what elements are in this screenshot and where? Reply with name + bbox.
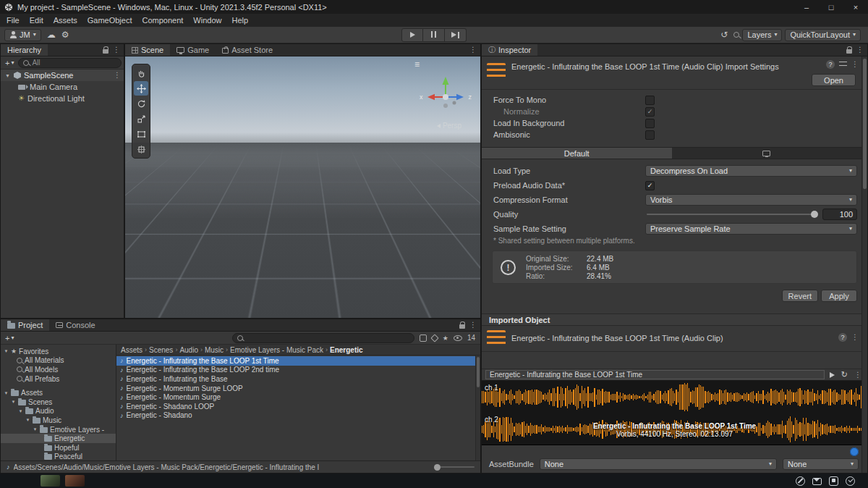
tray-icon-mute[interactable] [796,476,805,486]
play-button[interactable] [401,28,423,42]
panel-menu-icon[interactable]: ⋮ [469,321,477,329]
search-button[interactable] [731,29,742,41]
open-button[interactable]: Open [812,74,856,86]
hierarchy-search-input[interactable]: All [18,58,122,68]
quality-slider[interactable] [645,209,818,220]
taskbar-app-thumbnail[interactable] [41,475,60,487]
context-menu-icon[interactable]: ⋮ [851,334,859,341]
asset-list-scrollbar[interactable] [475,356,480,460]
tab-asset-store[interactable]: Asset Store [216,44,279,56]
asset-row[interactable]: ♪ Energetic - Momentum Surge LOOP [116,384,480,393]
panel-menu-icon[interactable]: ⋮ [469,46,477,54]
rect-tool-button[interactable] [134,127,148,141]
tab-inspector[interactable]: ⓘ Inspector [482,44,537,56]
tree-folder-energetic[interactable]: Energetic [1,434,116,443]
thumbnail-size-slider[interactable] [434,466,475,468]
inspector-scrollbar[interactable] [861,56,867,473]
menu-component[interactable]: Component [137,16,188,25]
context-menu-icon[interactable]: ⋮ [851,61,859,68]
view-tool-button[interactable] [134,66,148,80]
asset-row[interactable]: ♪ Energetic - Shadano LOOP [116,402,480,411]
asset-row[interactable]: ♪ Energetic - Influtrating the Base [116,374,480,384]
axis-z-label[interactable]: z [469,93,472,101]
visibility-icon[interactable] [454,335,462,341]
menu-help[interactable]: Help [226,16,253,25]
scrollbar-thumb[interactable] [863,59,867,189]
platform-tab-default[interactable]: Default [482,148,672,159]
layout-dropdown[interactable]: QuickTourLayout ▾ [785,29,861,41]
asset-row[interactable]: ♪ Energetic - Influtrating the Base LOOP… [116,366,480,375]
cloud-button[interactable]: ☁ [44,29,59,41]
project-search-input[interactable] [232,333,414,343]
tree-folder-scenes[interactable]: ▼ Scenes [1,397,116,407]
asset-row[interactable]: ♪ Energetic - Influtrating the Base LOOP… [116,356,480,366]
tray-icon-app[interactable] [829,476,838,486]
waveform-preview[interactable]: ch 1 ch 2 Energetic - Influtrating the B… [482,381,867,445]
compression-format-dropdown[interactable]: Vorbis ▾ [645,194,857,206]
crumb-audio[interactable]: Audio [179,346,198,354]
orientation-gizmo[interactable]: x z [422,72,469,119]
menu-file[interactable]: File [1,16,25,25]
crumb-music[interactable]: Music [205,346,224,354]
favorites-filter-icon[interactable]: ★ [443,335,448,342]
taskbar-app-thumbnail[interactable] [65,475,85,487]
tree-folder-audio[interactable]: ▼ Audio [1,407,116,416]
tree-folder-assets[interactable]: ▼ Assets [1,388,116,397]
load-type-dropdown[interactable]: Decompress On Load ▾ [645,165,857,177]
sprite-pack-icon[interactable] [420,335,427,342]
tree-favorites[interactable]: ▼ ★ Favorites [1,347,116,356]
scrollbar-thumb[interactable] [477,357,480,387]
create-button[interactable]: +▾ [3,58,16,68]
slider-knob[interactable] [434,464,441,471]
scene-menu-icon[interactable]: ⋮ [114,72,121,79]
tree-folder-hopeful[interactable]: Hopeful [1,443,116,453]
lock-icon[interactable] [459,324,465,329]
tree-all-materials[interactable]: All Materials [1,356,116,366]
menu-assets[interactable]: Assets [48,16,82,25]
asset-row[interactable]: ♪ Energetic - Momentum Surge [116,392,480,402]
scene-viewport[interactable]: ≡ x z Persp [125,56,480,318]
rotate-tool-button[interactable] [134,96,148,111]
services-gear-button[interactable]: ⚙ [59,29,72,41]
load-in-background-checkbox[interactable] [645,119,655,128]
scene-overlay-menu-icon[interactable]: ≡ [414,60,420,69]
presets-icon[interactable] [839,62,847,67]
slider-knob[interactable] [811,211,818,218]
tree-folder-emotive-layers[interactable]: ▼ Emotive Layers - [1,425,116,434]
tree-folder-peaceful[interactable]: Peaceful [1,453,116,460]
layers-dropdown[interactable]: Layers ▾ [742,29,782,41]
assetbundle-variant-dropdown[interactable]: None ▾ [783,458,859,470]
help-icon[interactable]: ? [826,60,835,69]
transform-tool-button[interactable] [134,142,148,156]
audio-badge-icon[interactable] [850,447,859,456]
foldout-icon[interactable]: ▼ [5,73,11,78]
tray-icon-status[interactable] [846,476,855,486]
create-asset-button[interactable]: +▾ [3,333,16,343]
tree-folder-music[interactable]: ▼ Music [1,416,116,425]
foldout-icon[interactable]: ▼ [4,349,9,353]
hierarchy-item-directional-light[interactable]: ☀ Directional Light [1,93,124,104]
preview-menu-icon[interactable]: ⋮ [854,371,861,379]
crumb-emotive-layers[interactable]: Emotive Layers - Music Pack [230,346,323,354]
crumb-energetic[interactable]: Energetic [330,346,363,354]
menu-gameobject[interactable]: GameObject [82,16,137,25]
undo-history-button[interactable]: ↺ [718,29,731,41]
crumb-scenes[interactable]: Scenes [149,346,173,354]
lock-icon[interactable] [846,49,852,54]
preload-audio-checkbox[interactable]: ✓ [645,181,655,190]
preview-play-button[interactable] [830,372,835,378]
panel-menu-icon[interactable]: ⋮ [113,46,120,54]
lock-icon[interactable] [103,49,109,54]
crumb-assets[interactable]: Assets [121,346,142,354]
hierarchy-scene-row[interactable]: ▼ SampleScene ⋮ [1,70,124,81]
close-button[interactable]: × [843,0,868,14]
revert-button[interactable]: Revert [782,290,818,302]
normalize-checkbox[interactable]: ✓ [645,107,655,117]
scale-tool-button[interactable] [134,112,148,126]
quality-value-field[interactable]: 100 [822,209,857,220]
help-icon[interactable]: ? [838,333,847,342]
step-button[interactable] [445,28,467,42]
tab-project[interactable]: Project [1,319,49,331]
account-dropdown[interactable]: JM ▾ [4,29,41,41]
axis-x-label[interactable]: x [420,93,423,101]
